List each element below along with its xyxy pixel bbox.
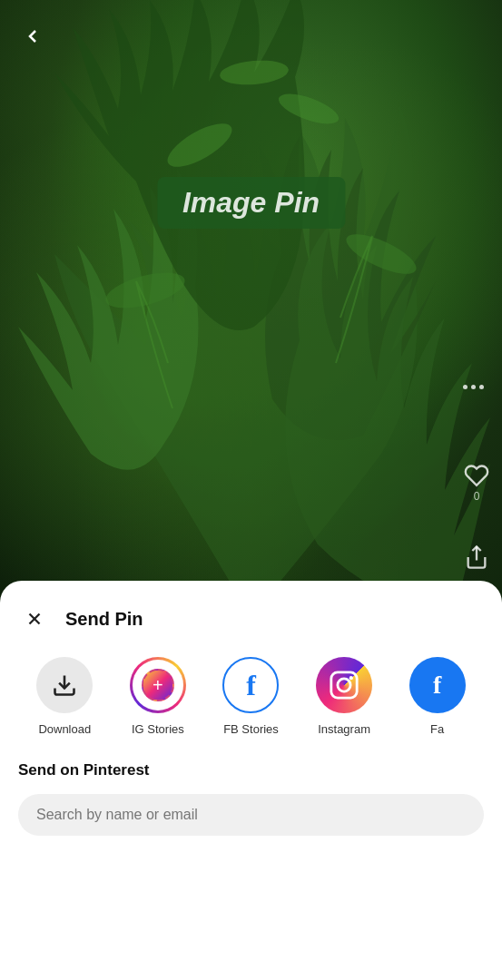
sheet-header: Send Pin xyxy=(18,603,484,635)
share-instagram-button[interactable]: Instagram xyxy=(298,657,391,736)
send-on-pinterest-title: Send on Pinterest xyxy=(18,761,484,779)
facebook-icon-circle: f xyxy=(409,657,466,713)
search-input-container[interactable] xyxy=(18,794,484,836)
share-facebook-button[interactable]: f Fa xyxy=(390,657,484,736)
instagram-label: Instagram xyxy=(318,722,370,736)
ig-stories-label: IG Stories xyxy=(132,722,184,736)
share-button[interactable] xyxy=(464,544,489,573)
close-button[interactable] xyxy=(18,603,51,635)
background-image xyxy=(0,0,502,617)
instagram-icon-circle xyxy=(316,657,372,713)
like-button[interactable]: 0 xyxy=(464,463,489,503)
bottom-sheet: Send Pin Download IG Stories xyxy=(0,581,502,980)
download-icon-circle xyxy=(36,657,93,713)
share-fb-stories-button[interactable]: f FB Stories xyxy=(204,657,298,736)
svg-rect-9 xyxy=(331,672,357,698)
share-ig-stories-button[interactable]: IG Stories xyxy=(112,657,205,736)
back-button[interactable] xyxy=(15,18,51,54)
pin-title-text: Image Pin xyxy=(182,186,320,219)
svg-point-11 xyxy=(349,676,353,680)
sheet-title: Send Pin xyxy=(65,609,143,630)
fb-stories-label: FB Stories xyxy=(223,722,279,736)
share-icons-row: Download IG Stories f FB Stories xyxy=(18,657,484,736)
more-options-button[interactable] xyxy=(459,381,487,393)
download-label: Download xyxy=(38,722,91,736)
search-input[interactable] xyxy=(36,807,466,823)
svg-point-10 xyxy=(338,679,350,691)
ig-stories-icon-circle xyxy=(130,657,186,713)
fb-stories-icon-circle: f xyxy=(222,657,279,713)
share-download-button[interactable]: Download xyxy=(18,657,112,736)
image-pin-label: Image Pin xyxy=(157,177,345,229)
like-count: 0 xyxy=(474,490,480,503)
facebook-label: Fa xyxy=(430,722,444,736)
